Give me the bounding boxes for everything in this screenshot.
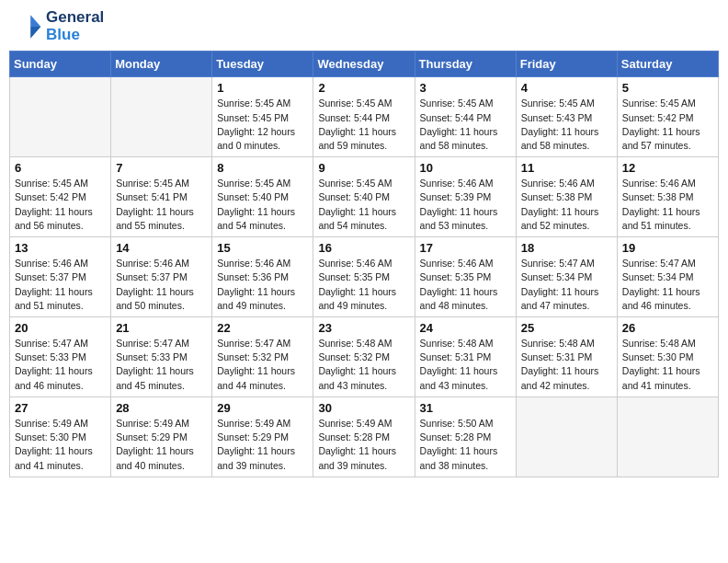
day-number: 2 (318, 81, 409, 95)
calendar-cell (10, 77, 111, 157)
day-info: Sunrise: 5:46 AM Sunset: 5:39 PM Dayligh… (420, 177, 511, 233)
weekday-header: Saturday (617, 52, 718, 77)
day-info: Sunrise: 5:46 AM Sunset: 5:35 PM Dayligh… (318, 257, 409, 313)
calendar-cell: 16Sunrise: 5:46 AM Sunset: 5:35 PM Dayli… (313, 237, 415, 317)
day-info: Sunrise: 5:47 AM Sunset: 5:33 PM Dayligh… (116, 337, 207, 393)
svg-marker-1 (30, 27, 40, 39)
logo: General Blue (13, 9, 104, 43)
page-header: General Blue (9, 9, 719, 43)
day-number: 14 (116, 241, 207, 255)
calendar-cell (617, 396, 718, 477)
calendar-cell: 15Sunrise: 5:46 AM Sunset: 5:36 PM Dayli… (212, 237, 313, 317)
day-number: 7 (116, 161, 207, 175)
calendar-cell (516, 396, 617, 477)
day-number: 18 (521, 241, 612, 255)
day-info: Sunrise: 5:45 AM Sunset: 5:43 PM Dayligh… (521, 97, 612, 153)
day-number: 24 (420, 321, 511, 335)
day-number: 23 (318, 321, 409, 335)
calendar-cell: 7Sunrise: 5:45 AM Sunset: 5:41 PM Daylig… (111, 157, 212, 237)
day-number: 17 (420, 241, 511, 255)
day-info: Sunrise: 5:46 AM Sunset: 5:36 PM Dayligh… (217, 257, 308, 313)
day-info: Sunrise: 5:45 AM Sunset: 5:42 PM Dayligh… (622, 97, 713, 153)
calendar-cell: 2Sunrise: 5:45 AM Sunset: 5:44 PM Daylig… (313, 77, 415, 157)
calendar-cell: 21Sunrise: 5:47 AM Sunset: 5:33 PM Dayli… (111, 317, 212, 397)
day-number: 15 (217, 241, 308, 255)
day-info: Sunrise: 5:50 AM Sunset: 5:28 PM Dayligh… (420, 417, 511, 473)
day-number: 20 (15, 321, 106, 335)
calendar-header-row: SundayMondayTuesdayWednesdayThursdayFrid… (10, 52, 719, 77)
day-number: 8 (217, 161, 308, 175)
day-number: 5 (622, 81, 713, 95)
weekday-header: Wednesday (313, 52, 415, 77)
day-info: Sunrise: 5:45 AM Sunset: 5:41 PM Dayligh… (116, 177, 207, 233)
weekday-header: Tuesday (212, 52, 313, 77)
day-info: Sunrise: 5:45 AM Sunset: 5:40 PM Dayligh… (217, 177, 308, 233)
calendar-week-row: 20Sunrise: 5:47 AM Sunset: 5:33 PM Dayli… (10, 317, 719, 397)
day-info: Sunrise: 5:48 AM Sunset: 5:31 PM Dayligh… (521, 337, 612, 393)
day-number: 6 (15, 161, 106, 175)
calendar-cell: 27Sunrise: 5:49 AM Sunset: 5:30 PM Dayli… (10, 396, 111, 477)
day-info: Sunrise: 5:47 AM Sunset: 5:32 PM Dayligh… (217, 337, 308, 393)
day-number: 9 (318, 161, 409, 175)
day-info: Sunrise: 5:45 AM Sunset: 5:45 PM Dayligh… (217, 97, 308, 153)
calendar-cell: 13Sunrise: 5:46 AM Sunset: 5:37 PM Dayli… (10, 237, 111, 317)
calendar-cell (111, 77, 212, 157)
day-number: 11 (521, 161, 612, 175)
day-number: 19 (622, 241, 713, 255)
day-info: Sunrise: 5:46 AM Sunset: 5:37 PM Dayligh… (116, 257, 207, 313)
weekday-header: Thursday (415, 52, 516, 77)
day-number: 13 (15, 241, 106, 255)
day-info: Sunrise: 5:48 AM Sunset: 5:32 PM Dayligh… (318, 337, 409, 393)
day-number: 22 (217, 321, 308, 335)
day-info: Sunrise: 5:45 AM Sunset: 5:42 PM Dayligh… (15, 177, 106, 233)
calendar-cell: 20Sunrise: 5:47 AM Sunset: 5:33 PM Dayli… (10, 317, 111, 397)
day-number: 29 (217, 401, 308, 415)
calendar-cell: 8Sunrise: 5:45 AM Sunset: 5:40 PM Daylig… (212, 157, 313, 237)
day-info: Sunrise: 5:48 AM Sunset: 5:30 PM Dayligh… (622, 337, 713, 393)
day-info: Sunrise: 5:47 AM Sunset: 5:33 PM Dayligh… (15, 337, 106, 393)
calendar-cell: 12Sunrise: 5:46 AM Sunset: 5:38 PM Dayli… (617, 157, 718, 237)
day-info: Sunrise: 5:45 AM Sunset: 5:44 PM Dayligh… (420, 97, 511, 153)
day-info: Sunrise: 5:47 AM Sunset: 5:34 PM Dayligh… (521, 257, 612, 313)
day-info: Sunrise: 5:46 AM Sunset: 5:38 PM Dayligh… (622, 177, 713, 233)
calendar-cell: 1Sunrise: 5:45 AM Sunset: 5:45 PM Daylig… (212, 77, 313, 157)
day-info: Sunrise: 5:45 AM Sunset: 5:44 PM Dayligh… (318, 97, 409, 153)
calendar-table: SundayMondayTuesdayWednesdayThursdayFrid… (9, 51, 719, 477)
calendar-cell: 3Sunrise: 5:45 AM Sunset: 5:44 PM Daylig… (415, 77, 516, 157)
calendar-cell: 17Sunrise: 5:46 AM Sunset: 5:35 PM Dayli… (415, 237, 516, 317)
calendar-cell: 29Sunrise: 5:49 AM Sunset: 5:29 PM Dayli… (212, 396, 313, 477)
day-number: 31 (420, 401, 511, 415)
calendar-cell: 30Sunrise: 5:49 AM Sunset: 5:28 PM Dayli… (313, 396, 415, 477)
calendar-cell: 18Sunrise: 5:47 AM Sunset: 5:34 PM Dayli… (516, 237, 617, 317)
calendar-cell: 4Sunrise: 5:45 AM Sunset: 5:43 PM Daylig… (516, 77, 617, 157)
day-number: 3 (420, 81, 511, 95)
calendar-cell: 28Sunrise: 5:49 AM Sunset: 5:29 PM Dayli… (111, 396, 212, 477)
calendar-cell: 22Sunrise: 5:47 AM Sunset: 5:32 PM Dayli… (212, 317, 313, 397)
calendar-cell: 5Sunrise: 5:45 AM Sunset: 5:42 PM Daylig… (617, 77, 718, 157)
day-info: Sunrise: 5:49 AM Sunset: 5:28 PM Dayligh… (318, 417, 409, 473)
calendar-cell: 11Sunrise: 5:46 AM Sunset: 5:38 PM Dayli… (516, 157, 617, 237)
day-number: 26 (622, 321, 713, 335)
calendar-cell: 25Sunrise: 5:48 AM Sunset: 5:31 PM Dayli… (516, 317, 617, 397)
day-info: Sunrise: 5:46 AM Sunset: 5:35 PM Dayligh… (420, 257, 511, 313)
day-number: 25 (521, 321, 612, 335)
day-number: 4 (521, 81, 612, 95)
day-number: 27 (15, 401, 106, 415)
weekday-header: Sunday (10, 52, 111, 77)
logo-text: General Blue (46, 9, 104, 43)
calendar-cell: 9Sunrise: 5:45 AM Sunset: 5:40 PM Daylig… (313, 157, 415, 237)
calendar-week-row: 27Sunrise: 5:49 AM Sunset: 5:30 PM Dayli… (10, 396, 719, 477)
calendar-cell: 26Sunrise: 5:48 AM Sunset: 5:30 PM Dayli… (617, 317, 718, 397)
day-info: Sunrise: 5:49 AM Sunset: 5:29 PM Dayligh… (116, 417, 207, 473)
calendar-cell: 10Sunrise: 5:46 AM Sunset: 5:39 PM Dayli… (415, 157, 516, 237)
calendar-week-row: 13Sunrise: 5:46 AM Sunset: 5:37 PM Dayli… (10, 237, 719, 317)
svg-marker-0 (30, 15, 40, 27)
calendar-week-row: 1Sunrise: 5:45 AM Sunset: 5:45 PM Daylig… (10, 77, 719, 157)
calendar-week-row: 6Sunrise: 5:45 AM Sunset: 5:42 PM Daylig… (10, 157, 719, 237)
day-info: Sunrise: 5:45 AM Sunset: 5:40 PM Dayligh… (318, 177, 409, 233)
calendar-cell: 31Sunrise: 5:50 AM Sunset: 5:28 PM Dayli… (415, 396, 516, 477)
day-info: Sunrise: 5:47 AM Sunset: 5:34 PM Dayligh… (622, 257, 713, 313)
day-number: 1 (217, 81, 308, 95)
calendar-cell: 19Sunrise: 5:47 AM Sunset: 5:34 PM Dayli… (617, 237, 718, 317)
day-number: 12 (622, 161, 713, 175)
